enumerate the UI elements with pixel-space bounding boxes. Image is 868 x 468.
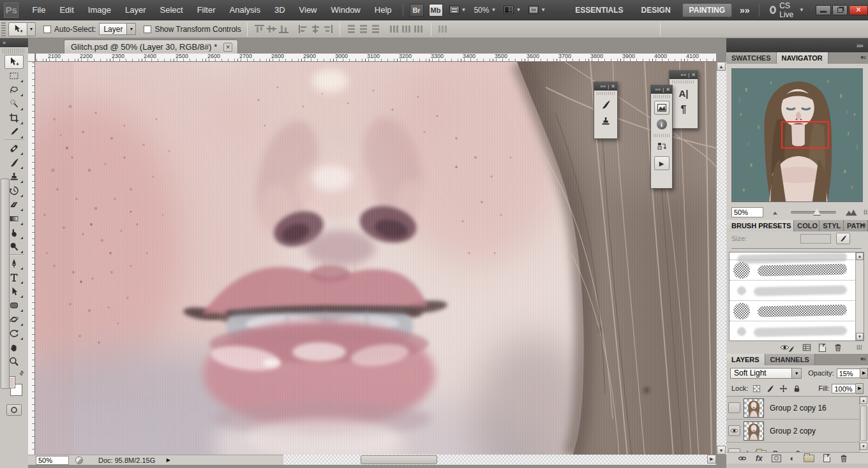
tab-styles[interactable]: STYL <box>819 220 844 231</box>
brush-picker-button[interactable] <box>836 233 850 244</box>
workspace-design[interactable]: DESIGN <box>635 4 677 17</box>
layer-thumbnail[interactable] <box>744 399 764 418</box>
close-icon[interactable]: ✕ <box>611 84 615 89</box>
navigator-view-box[interactable] <box>781 121 829 149</box>
tab-channels[interactable]: CHANNELS <box>765 354 815 365</box>
group-row[interactable]: Group 2 <box>726 442 868 452</box>
menu-select[interactable]: Select <box>153 5 190 15</box>
brush-preset[interactable] <box>730 252 864 260</box>
vertical-scrollbar[interactable]: ▲ ▼ <box>716 62 726 455</box>
size-slider[interactable] <box>731 248 862 250</box>
lock-all-button[interactable] <box>792 384 802 393</box>
guides-button[interactable]: ▼ <box>449 6 467 14</box>
layers-scrollbar[interactable]: ▲ ▼ <box>859 397 868 452</box>
close-tab-icon[interactable]: ✕ <box>223 43 232 52</box>
tool-move[interactable] <box>4 55 24 69</box>
distribute-top-button[interactable] <box>347 25 357 33</box>
workspace-overflow-button[interactable]: »» <box>740 5 750 15</box>
close-button[interactable]: ✕ <box>849 5 868 15</box>
tool-crop[interactable] <box>4 111 24 125</box>
display-mode-button[interactable] <box>802 343 811 352</box>
align-top-button[interactable] <box>255 25 264 33</box>
align-left-button[interactable] <box>299 25 308 33</box>
scroll-down-icon[interactable]: ▼ <box>856 333 864 340</box>
tab-swatches[interactable]: SWATCHES <box>726 52 777 64</box>
collapse-dock-icon[interactable]: »» <box>857 41 863 49</box>
menu-window[interactable]: Window <box>324 5 368 15</box>
layer-thumbnail[interactable] <box>744 421 764 441</box>
lock-transparency-button[interactable] <box>752 384 761 393</box>
brush-preset[interactable] <box>730 301 864 321</box>
brush-preset[interactable] <box>730 281 864 301</box>
brush-list-scrollbar[interactable]: ▲ ▼ <box>855 252 864 340</box>
layer-row[interactable]: Group 2 copy 16 <box>726 397 868 420</box>
menu-edit[interactable]: Edit <box>52 5 80 15</box>
float-panel-header[interactable]: »»| ✕ <box>670 71 698 79</box>
distribute-vcenter-button[interactable] <box>359 25 369 33</box>
float-panel-header[interactable]: »»| ✕ <box>594 82 617 91</box>
menu-help[interactable]: Help <box>368 5 399 15</box>
adjustment-layer-button[interactable]: ◐ <box>790 455 795 462</box>
zoom-level-button[interactable]: 50% ▼ <box>474 6 496 15</box>
close-icon[interactable]: ✕ <box>666 87 670 92</box>
align-right-button[interactable] <box>323 25 333 33</box>
new-brush-button[interactable] <box>819 344 826 352</box>
resize-grip-icon[interactable] <box>857 345 862 350</box>
minimize-button[interactable] <box>816 5 831 15</box>
tab-navigator[interactable]: NAVIGATOR <box>777 52 828 64</box>
distribute-left-button[interactable] <box>390 25 400 33</box>
dock-header[interactable]: »» <box>726 38 868 52</box>
tab-color[interactable]: COLO <box>794 220 819 231</box>
slider-thumb[interactable] <box>813 208 821 215</box>
tools-panel-header[interactable]: » <box>0 38 28 47</box>
layer-name[interactable]: Group 2 copy 16 <box>770 404 827 413</box>
status-zoom-input[interactable]: 50% <box>36 456 69 465</box>
collapse-icon[interactable]: »» <box>600 84 606 89</box>
histogram-panel-button[interactable] <box>654 101 670 115</box>
arrange-documents-button[interactable]: ▼ <box>504 6 521 14</box>
bridge-button[interactable]: Br <box>410 4 424 17</box>
menu-analysis[interactable]: Analysis <box>223 5 267 15</box>
tool-quick-selection[interactable] <box>4 97 24 111</box>
tool-lasso[interactable] <box>4 83 24 97</box>
show-transform-checkbox[interactable] <box>144 26 151 33</box>
mini-bridge-button[interactable]: Mb <box>429 4 443 17</box>
blend-mode-dropdown[interactable]: Soft Light ▼ <box>730 368 802 379</box>
preview-toggle-button[interactable] <box>780 342 795 353</box>
delete-brush-button[interactable] <box>834 343 842 352</box>
navigator-zoom-slider[interactable] <box>791 211 836 214</box>
navigator-zoom-input[interactable]: 50% <box>731 207 763 217</box>
panel-menu-icon[interactable]: ▾≡ <box>860 54 865 61</box>
scroll-down-icon[interactable]: ▼ <box>860 442 867 450</box>
distribute-right-button[interactable] <box>414 25 424 33</box>
fill-stepper[interactable]: ▶ <box>856 383 864 394</box>
menu-image[interactable]: Image <box>81 5 118 15</box>
float-panel-grip[interactable] <box>597 92 615 95</box>
horizontal-scroll-thumb[interactable] <box>361 455 437 464</box>
workspace-painting[interactable]: PAINTING <box>682 3 732 17</box>
layer-row[interactable]: Group 2 copy <box>726 420 868 442</box>
cs-live-button[interactable]: CS Live ▼ <box>770 1 804 19</box>
align-hcenter-button[interactable] <box>311 25 320 33</box>
layer-name[interactable]: Group 2 copy <box>770 427 816 435</box>
align-bottom-button[interactable] <box>279 25 288 33</box>
tool-healing-brush[interactable] <box>4 142 24 156</box>
zoom-out-icon[interactable] <box>772 209 781 216</box>
lock-pixels-button[interactable] <box>765 384 775 393</box>
float-panel-grip[interactable] <box>654 134 670 137</box>
align-vcenter-button[interactable] <box>267 25 276 33</box>
delete-layer-button[interactable] <box>839 454 848 463</box>
layer-style-button[interactable]: fx <box>756 454 763 463</box>
screen-mode-button[interactable]: ▼ <box>528 6 546 14</box>
layer-comps-panel-button[interactable] <box>654 140 670 154</box>
tool-brush[interactable] <box>4 156 24 170</box>
tools-panel-grip[interactable] <box>3 48 26 54</box>
scroll-up-icon[interactable]: ▲ <box>860 397 867 404</box>
restore-button[interactable] <box>832 5 848 15</box>
expand-group-icon[interactable] <box>747 451 751 453</box>
opacity-input[interactable]: 15% <box>837 369 861 378</box>
visibility-toggle[interactable] <box>728 402 740 413</box>
tab-layers[interactable]: LAYERS <box>726 354 765 365</box>
scroll-up-icon[interactable]: ▲ <box>856 252 864 260</box>
menu-layer[interactable]: Layer <box>118 5 153 15</box>
